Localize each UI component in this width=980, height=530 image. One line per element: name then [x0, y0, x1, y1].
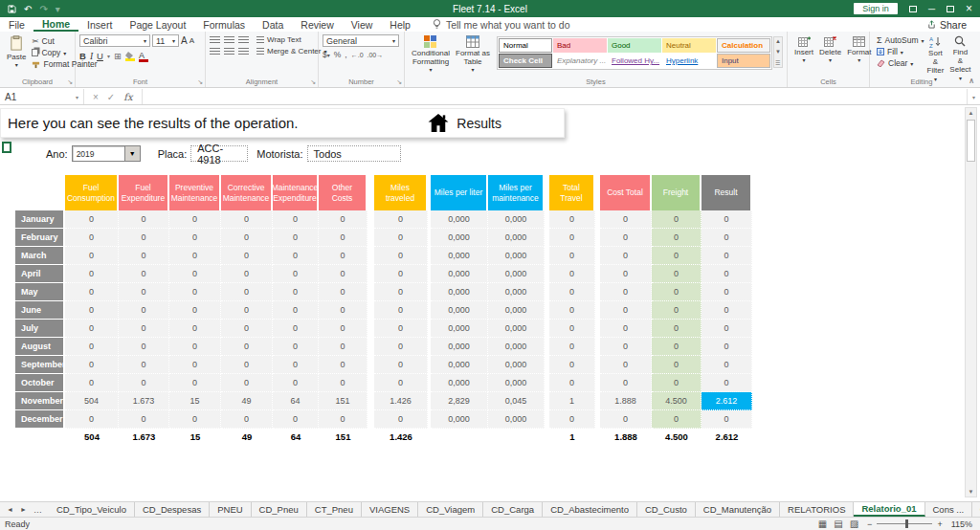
- data-cell[interactable]: 0: [702, 301, 752, 320]
- data-cell[interactable]: 0: [65, 265, 119, 283]
- borders-button[interactable]: ⊞: [114, 51, 122, 61]
- data-cell[interactable]: 0: [169, 356, 221, 374]
- data-cell[interactable]: 0: [273, 283, 319, 301]
- data-cell[interactable]: 0: [273, 265, 319, 283]
- view-normal-icon[interactable]: ▦: [818, 519, 827, 529]
- data-cell[interactable]: 0: [374, 265, 428, 283]
- column-header[interactable]: Other Costs: [319, 175, 368, 210]
- sheet-tab[interactable]: RELATORIOS: [780, 502, 854, 517]
- data-cell[interactable]: 0: [319, 265, 368, 283]
- increase-decimal-button[interactable]: ←.0: [351, 52, 364, 58]
- data-cell[interactable]: 0: [600, 410, 652, 429]
- vertical-scrollbar[interactable]: ▲ ▼: [965, 107, 977, 497]
- data-cell[interactable]: 0: [319, 283, 368, 301]
- decrease-decimal-button[interactable]: .00→: [368, 52, 384, 58]
- style-explanatory[interactable]: Explanatory ...: [553, 54, 607, 68]
- data-cell[interactable]: 0: [273, 247, 319, 265]
- data-cell[interactable]: 0: [169, 410, 221, 429]
- restore-button[interactable]: [947, 6, 954, 12]
- month-label[interactable]: August: [15, 338, 65, 356]
- data-cell[interactable]: 504: [65, 392, 119, 410]
- data-cell[interactable]: 0: [221, 410, 273, 429]
- data-cell[interactable]: 0: [549, 265, 595, 283]
- data-cell[interactable]: 0: [119, 301, 169, 320]
- tab-home[interactable]: Home: [33, 17, 78, 32]
- underline-button[interactable]: U: [97, 51, 103, 61]
- data-cell[interactable]: 0: [119, 356, 169, 374]
- data-cell[interactable]: 0: [652, 265, 702, 283]
- data-cell[interactable]: 0: [374, 410, 428, 429]
- data-cell[interactable]: 0: [600, 210, 652, 229]
- data-cell[interactable]: 0: [600, 283, 652, 301]
- data-cell[interactable]: 0,000: [431, 374, 488, 392]
- data-cell[interactable]: 0,000: [431, 265, 488, 283]
- data-cell[interactable]: 0: [374, 320, 428, 338]
- data-cell[interactable]: 0: [319, 410, 368, 429]
- column-header[interactable]: Fuel Consumption: [65, 175, 119, 210]
- column-header[interactable]: Maintenance Expenditure: [273, 175, 319, 210]
- sheet-overflow-icon[interactable]: …: [33, 505, 42, 515]
- grow-font-button[interactable]: A: [181, 35, 188, 46]
- data-cell[interactable]: 0: [221, 356, 273, 374]
- data-cell[interactable]: 0: [319, 229, 368, 247]
- data-cell[interactable]: 0: [652, 301, 702, 320]
- style-calculation[interactable]: Calculation: [717, 38, 770, 53]
- sheet-tab[interactable]: CD_Carga: [483, 502, 543, 517]
- data-cell[interactable]: 0: [549, 210, 595, 229]
- italic-button[interactable]: I: [90, 52, 93, 61]
- data-cell[interactable]: 1.426: [374, 392, 428, 410]
- data-cell[interactable]: 0: [273, 356, 319, 374]
- sheet-tab[interactable]: Cons ...: [925, 502, 973, 517]
- driver-value[interactable]: Todos: [307, 145, 401, 162]
- sheet-tab[interactable]: CD_Viagem: [418, 502, 483, 517]
- month-label[interactable]: January: [15, 210, 65, 229]
- autosum-button[interactable]: ΣAutoSum▾: [877, 35, 924, 45]
- data-cell[interactable]: 0: [221, 338, 273, 356]
- results-badge[interactable]: Results: [427, 113, 501, 133]
- data-cell[interactable]: 0: [65, 229, 119, 247]
- month-label[interactable]: November: [15, 392, 65, 410]
- merge-center-button[interactable]: Merge & Center▾: [256, 47, 326, 55]
- data-cell[interactable]: 0: [221, 301, 273, 320]
- sheet-tab-active[interactable]: Relatorio_01: [854, 502, 924, 517]
- clear-button[interactable]: Clear▾: [877, 58, 924, 68]
- data-cell[interactable]: 0: [600, 356, 652, 374]
- data-cell[interactable]: 0: [221, 265, 273, 283]
- accounting-format-button[interactable]: $▾: [323, 50, 330, 59]
- shrink-font-button[interactable]: A: [189, 36, 194, 45]
- sheet-tab[interactable]: CD_Manutenção: [696, 502, 780, 517]
- month-label[interactable]: July: [15, 320, 65, 338]
- data-cell[interactable]: 0: [273, 320, 319, 338]
- data-cell[interactable]: 0,000: [431, 410, 488, 429]
- column-header[interactable]: Corrective Maintenance: [221, 175, 273, 210]
- collapse-ribbon-icon[interactable]: ∧: [969, 77, 974, 85]
- month-label[interactable]: December: [15, 410, 65, 429]
- data-cell[interactable]: 0,000: [488, 356, 545, 374]
- data-cell[interactable]: 0: [65, 356, 119, 374]
- data-cell[interactable]: 0,000: [431, 301, 488, 320]
- data-cell[interactable]: 4.500: [652, 392, 702, 410]
- data-cell[interactable]: 49: [221, 392, 273, 410]
- data-cell[interactable]: 0: [549, 338, 595, 356]
- tab-insert[interactable]: Insert: [78, 17, 121, 32]
- data-cell[interactable]: 0: [652, 374, 702, 392]
- tab-help[interactable]: Help: [381, 17, 419, 32]
- data-cell[interactable]: 0: [374, 210, 428, 229]
- sheet-tab[interactable]: CD_Tipo_Veiculo: [49, 502, 135, 517]
- enter-icon[interactable]: ✓: [107, 92, 115, 102]
- data-cell[interactable]: 0: [169, 320, 221, 338]
- data-cell[interactable]: 0: [319, 210, 368, 229]
- data-cell[interactable]: 0,000: [488, 229, 545, 247]
- data-cell[interactable]: 0: [169, 210, 221, 229]
- font-name-select[interactable]: Calibri▾: [79, 34, 150, 47]
- data-cell[interactable]: 0: [374, 356, 428, 374]
- column-header[interactable]: Miles per maintenance: [488, 175, 545, 210]
- find-select-button[interactable]: Find & Select ▾: [947, 34, 973, 82]
- data-cell[interactable]: 0: [221, 320, 273, 338]
- zoom-out-icon[interactable]: −: [867, 519, 872, 529]
- sheet-tab[interactable]: PNEU: [210, 502, 251, 517]
- data-cell[interactable]: 0: [549, 301, 595, 320]
- data-cell[interactable]: 0: [600, 265, 652, 283]
- fill-color-button[interactable]: [125, 52, 135, 61]
- data-cell[interactable]: 0: [652, 356, 702, 374]
